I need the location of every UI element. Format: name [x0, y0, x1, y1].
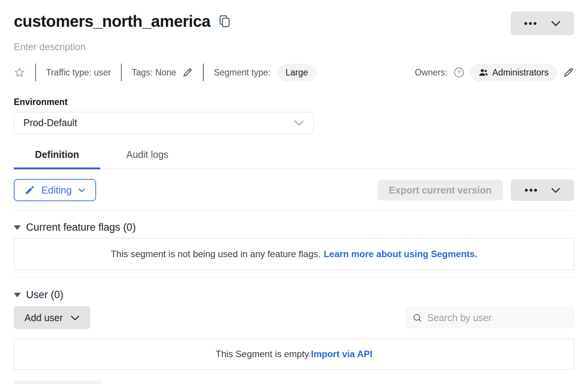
- environment-label: Environment: [14, 97, 574, 107]
- user-empty-state: This Segment is empty. Import via API: [14, 338, 574, 370]
- learn-more-link[interactable]: Learn more about using Segments.: [323, 249, 477, 259]
- feature-flags-empty-state: This segment is not being used in any fe…: [14, 238, 574, 270]
- cutoff-element: [14, 381, 102, 384]
- tabbar: Definition Audit logs: [14, 149, 574, 169]
- editing-mode-button[interactable]: Editing: [14, 179, 96, 201]
- search-by-user-input[interactable]: [427, 312, 568, 323]
- divider: [35, 64, 36, 81]
- tab-audit-logs[interactable]: Audit logs: [122, 149, 172, 169]
- definition-toolbar: Editing Export current version •••: [14, 179, 574, 201]
- search-icon: [412, 313, 423, 323]
- feature-flags-section-header[interactable]: Current feature flags (0): [14, 222, 136, 233]
- divider: [14, 210, 574, 211]
- copy-icon[interactable]: [218, 14, 230, 29]
- help-icon[interactable]: ?: [454, 67, 464, 78]
- definition-more-menu-button[interactable]: •••: [511, 179, 574, 201]
- divider: [121, 64, 122, 81]
- chevron-down-icon: [294, 120, 304, 126]
- add-user-label: Add user: [24, 312, 63, 323]
- segment-type-label: Segment type:: [214, 67, 270, 78]
- owners-label: Owners:: [415, 67, 448, 78]
- segment-type-badge: Large: [278, 64, 316, 81]
- import-via-api-link[interactable]: Import via API: [311, 349, 372, 359]
- traffic-type-label: Traffic type: user: [46, 67, 111, 78]
- owners-badge[interactable]: Administrators: [470, 64, 557, 81]
- edit-tags-icon[interactable]: [182, 67, 193, 78]
- svg-text:?: ?: [457, 69, 461, 75]
- chevron-down-icon: [551, 20, 561, 26]
- header-more-menu-button[interactable]: •••: [511, 11, 574, 35]
- environment-selected-value: Prod-Default: [23, 117, 77, 128]
- user-search-field[interactable]: [406, 307, 574, 328]
- star-icon[interactable]: [14, 67, 25, 78]
- edit-owners-icon[interactable]: [563, 67, 574, 78]
- page-title: customers_north_america: [14, 11, 211, 31]
- owners-value: Administrators: [492, 67, 549, 78]
- caret-down-icon: [14, 225, 21, 230]
- caret-down-icon: [14, 293, 21, 297]
- meta-row: Traffic type: user Tags: None Segment ty…: [14, 63, 574, 82]
- tab-definition[interactable]: Definition: [14, 149, 100, 169]
- chevron-down-icon: [551, 187, 560, 193]
- segment-type-value: Large: [286, 67, 308, 78]
- divider: [14, 277, 574, 277]
- feature-flags-section-title: Current feature flags (0): [26, 222, 136, 233]
- chevron-down-icon: [78, 188, 85, 192]
- user-toolbar: Add user: [14, 306, 574, 329]
- chevron-down-icon: [70, 315, 80, 321]
- ellipsis-icon: •••: [524, 186, 538, 194]
- user-section-title: User (0): [26, 289, 64, 301]
- feature-flags-empty-text: This segment is not being used in any fe…: [111, 249, 320, 259]
- description-placeholder[interactable]: Enter description: [14, 41, 574, 53]
- ellipsis-icon: •••: [524, 20, 538, 27]
- environment-select[interactable]: Prod-Default: [14, 112, 314, 134]
- user-section-header[interactable]: User (0): [14, 289, 64, 301]
- divider: [203, 64, 204, 81]
- people-icon: [479, 67, 488, 77]
- segment-detail-page: customers_north_america ••• Enter descri…: [0, 0, 588, 384]
- tags-label: Tags: None: [132, 67, 176, 78]
- segment-empty-text: This Segment is empty.: [216, 349, 311, 359]
- export-current-version-button[interactable]: Export current version: [377, 180, 503, 200]
- pencil-icon: [24, 185, 35, 195]
- editing-label: Editing: [41, 184, 72, 196]
- add-user-button[interactable]: Add user: [14, 306, 90, 329]
- header: customers_north_america •••: [14, 11, 574, 35]
